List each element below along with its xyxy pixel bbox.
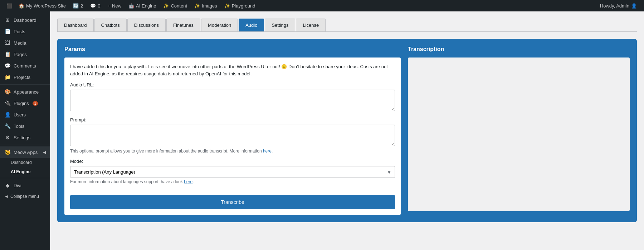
- settings-icon: ⚙: [4, 135, 11, 140]
- playground-icon: ✨: [224, 3, 230, 9]
- transcription-section: Transcription: [408, 46, 630, 215]
- mode-help: For more information about languages sup…: [70, 179, 395, 184]
- ai-engine-link[interactable]: 🤖 AI Engine: [125, 0, 160, 11]
- wp-logo[interactable]: ⬛: [4, 0, 15, 11]
- sidebar-item-tools[interactable]: 🔧 Tools: [0, 120, 50, 132]
- tab-chatbots[interactable]: Chatbots: [94, 19, 127, 31]
- sidebar-item-dashboard[interactable]: ⊞ Dashboard: [0, 14, 50, 26]
- prompt-label: Prompt:: [70, 117, 395, 122]
- mode-select-wrapper: Transcription (Any Language) Translation…: [70, 166, 395, 178]
- tab-finetunes[interactable]: Finetunes: [166, 19, 200, 31]
- audio-url-label: Audio URL:: [70, 82, 395, 88]
- params-section: Params I have added this for you to play…: [64, 46, 401, 215]
- appearance-icon: 🎨: [4, 89, 11, 95]
- plugins-badge: 1: [33, 101, 38, 106]
- sidebar: ⊞ Dashboard 📄 Posts 🖼 Media 📋 Pages 💬 Co…: [0, 11, 50, 250]
- tab-discussions[interactable]: Discussions: [127, 19, 166, 31]
- user-greeting: Howdy, Admin 👤: [596, 3, 640, 9]
- divi-icon: ◆: [4, 182, 11, 188]
- home-icon: 🏠: [19, 3, 24, 9]
- plugins-icon: 🔌: [4, 100, 11, 106]
- user-avatar-icon: 👤: [631, 3, 637, 9]
- sidebar-item-projects[interactable]: 📁 Projects: [0, 71, 50, 83]
- sidebar-item-appearance[interactable]: 🎨 Appearance: [0, 86, 50, 98]
- ai-engine-icon: 🤖: [128, 3, 134, 9]
- site-name[interactable]: 🏠 My WordPress Site: [15, 0, 69, 11]
- prompt-help-link[interactable]: here: [263, 149, 272, 154]
- tab-audio[interactable]: Audio: [239, 19, 264, 31]
- prompt-help: This optional prompt allows you to give …: [70, 149, 395, 154]
- tab-settings[interactable]: Settings: [265, 19, 295, 31]
- sidebar-item-pages[interactable]: 📋 Pages: [0, 49, 50, 60]
- comments-sidebar-icon: 💬: [4, 63, 11, 69]
- transcription-card: [408, 58, 630, 211]
- mode-select[interactable]: Transcription (Any Language) Translation…: [70, 166, 395, 178]
- params-title: Params: [64, 46, 401, 52]
- media-icon: 🖼: [4, 40, 11, 46]
- updates-link[interactable]: 🔄 2: [69, 0, 87, 11]
- sidebar-item-comments[interactable]: 💬 Comments: [0, 60, 50, 71]
- meow-apps-icon: 🐱: [4, 149, 11, 155]
- sidebar-item-settings[interactable]: ⚙ Settings: [0, 132, 50, 143]
- collapse-icon: ◄: [4, 194, 9, 199]
- audio-url-group: Audio URL:: [70, 82, 395, 112]
- prompt-input[interactable]: [70, 125, 395, 146]
- sidebar-item-divi[interactable]: ◆ Divi: [0, 180, 50, 191]
- content-icon: ✨: [163, 3, 169, 9]
- users-icon: 👤: [4, 112, 11, 118]
- chevron-right-icon: ◀: [43, 150, 46, 155]
- transcription-title: Transcription: [408, 46, 630, 52]
- tools-icon: 🔧: [4, 123, 11, 129]
- sidebar-divider-3: [0, 178, 50, 178]
- transcribe-button[interactable]: Transcribe: [70, 195, 395, 209]
- sidebar-divider-1: [0, 84, 50, 85]
- posts-icon: 📄: [4, 29, 11, 34]
- mode-help-link[interactable]: here: [184, 179, 192, 184]
- mode-group: Mode: Transcription (Any Language) Trans…: [70, 159, 395, 184]
- content-link[interactable]: ✨ Content: [160, 0, 191, 11]
- mode-label: Mode:: [70, 159, 395, 164]
- projects-icon: 📁: [4, 74, 11, 80]
- sidebar-item-posts[interactable]: 📄 Posts: [0, 26, 50, 37]
- tab-license[interactable]: License: [296, 19, 326, 31]
- sidebar-item-media[interactable]: 🖼 Media: [0, 37, 50, 49]
- admin-bar: ⬛ 🏠 My WordPress Site 🔄 2 💬 0 + New 🤖 AI…: [0, 0, 644, 11]
- images-link[interactable]: ✨ Images: [191, 0, 221, 11]
- pages-icon: 📋: [4, 51, 11, 57]
- audio-container: Params I have added this for you to play…: [57, 39, 637, 222]
- sidebar-item-users[interactable]: 👤 Users: [0, 109, 50, 120]
- submenu-ai-engine[interactable]: AI Engine: [0, 167, 50, 176]
- tab-dashboard[interactable]: Dashboard: [57, 19, 94, 31]
- comments-icon: 💬: [90, 3, 96, 9]
- main-content: Dashboard Chatbots Discussions Finetunes…: [50, 11, 644, 250]
- params-card: I have added this for you to play with. …: [64, 58, 401, 215]
- submenu-dashboard[interactable]: Dashboard: [0, 158, 50, 167]
- prompt-group: Prompt: This optional prompt allows you …: [70, 117, 395, 154]
- new-link[interactable]: + New: [104, 0, 125, 11]
- tab-moderation[interactable]: Moderation: [201, 19, 238, 31]
- collapse-menu-button[interactable]: ◄ Collapse menu: [0, 191, 50, 202]
- params-info-text: I have added this for you to play with. …: [70, 63, 395, 77]
- comments-link[interactable]: 💬 0: [87, 0, 104, 11]
- plus-icon: +: [107, 3, 110, 9]
- audio-url-input[interactable]: [70, 90, 395, 111]
- tabs-bar: Dashboard Chatbots Discussions Finetunes…: [57, 19, 637, 32]
- playground-link[interactable]: ✨ Playground: [221, 0, 259, 11]
- updates-icon: 🔄: [73, 3, 79, 9]
- sidebar-item-meow-apps[interactable]: 🐱 Meow Apps ◀: [0, 146, 50, 158]
- images-icon: ✨: [194, 3, 200, 9]
- wp-logo-icon: ⬛: [6, 3, 12, 9]
- sidebar-divider-2: [0, 145, 50, 145]
- sidebar-item-plugins[interactable]: 🔌 Plugins 1: [0, 98, 50, 109]
- dashboard-icon: ⊞: [4, 17, 11, 23]
